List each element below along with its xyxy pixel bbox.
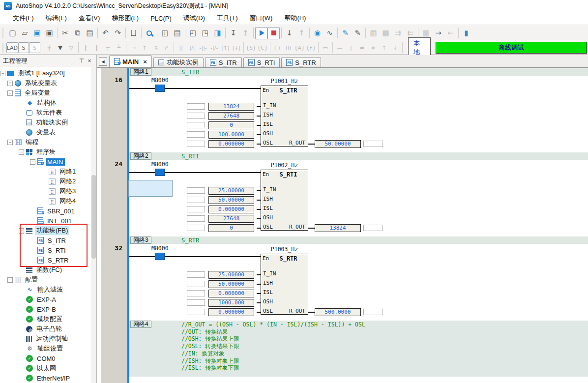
operand-placeholder-box[interactable] [187,281,205,287]
line-up-button[interactable]: ↑ [379,42,390,53]
operand-placeholder-box[interactable] [187,187,205,194]
lad-mode-button[interactable]: LAD [6,42,18,53]
block-insert-button[interactable]: ▭ [320,42,331,53]
window-copy-button[interactable]: ◰ [187,27,199,39]
line-down-button[interactable]: ↓ [390,42,401,53]
tree-item[interactable]: ✓以太网 [0,363,96,373]
paste-button[interactable]: ▤ [84,27,96,39]
contact-rising-button[interactable]: |↑| [220,42,231,53]
tree-item[interactable]: +系统变量表 [0,78,96,88]
tree-item[interactable]: ✓COM0 [0,354,96,363]
contact-m8000[interactable] [155,253,165,260]
tree-expander-icon[interactable]: − [7,140,13,145]
input-value-box[interactable]: 27648 [208,112,254,120]
tree-item[interactable]: SSBR_001 [0,206,96,216]
tree-item[interactable]: FBS_ITR [0,236,96,245]
compress-button[interactable]: ⇉ [392,27,404,39]
tree-item[interactable]: ⣶网络1 [0,167,96,177]
open-folder-button[interactable]: ▱ [19,27,31,39]
sidebar-scrollbar[interactable] [91,67,96,383]
arrow-down-hollow-button[interactable]: ▽ [66,42,77,53]
contact-m8000[interactable] [155,169,165,176]
contact-m8000[interactable] [155,85,165,92]
operand-placeholder-box[interactable] [187,290,205,296]
tree-item[interactable]: −配置 [0,275,96,285]
tree-expander-icon[interactable]: − [0,71,5,76]
tree-item[interactable]: ✓EtherNet/IP [0,373,96,383]
menu-t[interactable]: 工具(T) [211,12,244,24]
tree-item[interactable]: ∿输入滤波 [0,285,96,295]
contact-series-no-button[interactable]: -||- [198,42,209,53]
pin-icon[interactable]: ⊤ [78,58,86,64]
wire-up-button[interactable]: ↑ [139,42,150,53]
input-value-box[interactable]: 100.0000 [208,131,254,139]
coil-set-button[interactable]: {S} [245,42,257,53]
not-equal-button[interactable]: ≠ [356,42,368,53]
instruction-panel-button[interactable]: ▮ [460,27,472,39]
tab-scroll-left-button[interactable]: ◀ [99,57,107,66]
input-value-box[interactable]: 0 [208,224,254,232]
branch-close-button[interactable]: ┨ [91,42,103,53]
tree-item[interactable]: 函数(FC) [0,265,96,275]
operand-placeholder-box[interactable] [187,206,205,212]
tree-item[interactable]: FBS_RTI [0,245,96,255]
tree-item[interactable]: ✓模块配置 [0,314,96,324]
wire-corner-down-button[interactable]: ↴ [150,42,161,53]
input-value-box[interactable]: 0.000000 [208,140,254,148]
tree-item[interactable]: −╟╢编程 [0,137,96,147]
operand-placeholder-box[interactable] [187,271,205,278]
print-button[interactable]: ▤ [171,27,183,39]
tree-item[interactable]: −功能块(FB) [0,226,96,236]
wire-right-button[interactable]: → [128,42,139,53]
selection-cursor[interactable] [128,180,173,197]
function-block[interactable]: EnS_RTII_INISHISLOSHOSLR_OUT [261,170,308,231]
contact-no-button[interactable]: || [176,42,187,53]
input-value-box[interactable]: 0.000000 [208,206,254,213]
app-instruction-button[interactable]: {A} [294,42,306,53]
branch-top-button[interactable]: ┯ [102,42,114,53]
menu-h[interactable]: 帮助(H) [278,12,312,24]
copy-button[interactable]: ⧉ [71,27,84,39]
trace-button[interactable]: ∿ [323,27,336,39]
tab-[interactable]: 功能块实例 [153,57,204,67]
fb-convert-button[interactable]: ▦ [367,27,380,39]
run-button[interactable] [255,27,267,39]
coil-reset-button[interactable]: {C} [257,42,268,53]
branch-bottom-button[interactable]: ┷ [114,42,125,53]
tree-item[interactable]: −测试1 [Easy320] [0,68,96,78]
tree-expander-icon[interactable]: − [7,277,13,283]
tab-srti[interactable]: FBS_RTI [243,57,280,67]
tree-item[interactable]: FBS_RTR [0,255,96,265]
tree-item[interactable]: −全局变量 [0,88,96,98]
tree-expander-icon[interactable]: − [7,90,13,96]
operand-placeholder-box[interactable] [187,122,205,128]
input-value-box[interactable]: 1000.000 [208,299,254,307]
contact-nc-button[interactable]: |/| [187,42,198,53]
monitor-button[interactable]: ◉ [311,27,323,39]
input-value-box[interactable]: 25.00000 [208,187,254,195]
tab-srtr[interactable]: FBS_RTR [281,57,321,67]
input-value-box[interactable]: 27648 [208,215,254,223]
arrow-down-filled-button[interactable]: ▼ [55,42,66,53]
monitor-table-button[interactable]: ◨ [211,27,224,39]
tree-item[interactable]: ⣶网络3 [0,186,96,196]
jump-in-button[interactable]: → [432,27,444,39]
network-title[interactable]: 网络2 [130,152,151,160]
operand-placeholder-box[interactable] [187,113,205,119]
menu-d[interactable]: 调试(D) [177,12,211,24]
edit-button[interactable]: ✎ [352,27,364,39]
network-title[interactable]: 网络1 [130,68,151,76]
output-placeholder-box[interactable] [363,225,383,231]
tree-expander-icon[interactable]: − [19,149,24,155]
sfc-step-button[interactable]: S [18,42,29,53]
tree-item[interactable]: ⚙轴组设置 [0,344,96,354]
coil-invert-button[interactable]: (I) [283,42,294,53]
print-preview-button[interactable]: ◫ [159,27,171,39]
menu-w[interactable]: 窗口(W) [243,12,278,24]
wire-corner-up-button[interactable]: ↱ [161,42,173,53]
menu-l[interactable]: 梯形图(L) [106,12,145,24]
tree-item[interactable]: ◆结构体 [0,98,96,108]
input-value-box[interactable]: 0 [208,121,254,129]
menu-plcp[interactable]: PLC(P) [145,13,177,24]
coil-out-button[interactable]: ( ) [272,42,283,53]
